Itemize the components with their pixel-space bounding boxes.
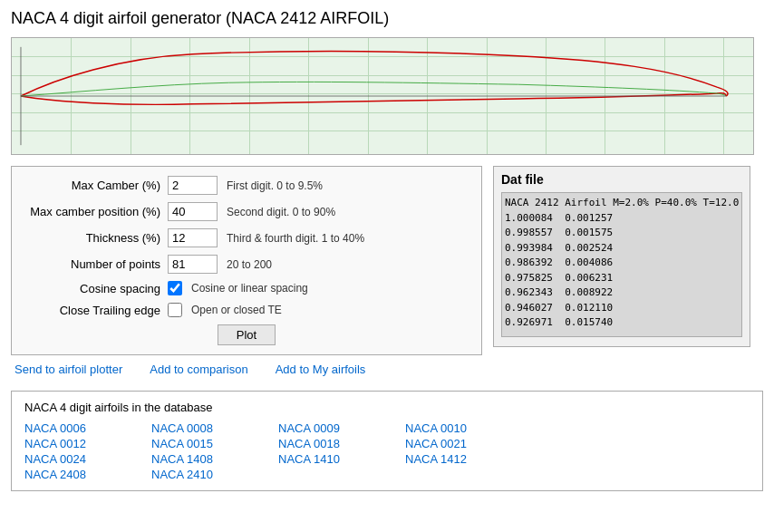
form-box: Max Camber (%) First digit. 0 to 9.5% Ma…	[11, 166, 482, 355]
airfoil-chart	[11, 37, 754, 155]
cosine-label: Cosine spacing	[23, 282, 168, 295]
close-te-checkbox[interactable]	[168, 303, 182, 317]
airfoil-link[interactable]: NACA 0021	[405, 437, 532, 450]
add-to-my-airfoils-link[interactable]: Add to My airfoils	[276, 363, 366, 376]
links-row: Send to airfoil plotter Add to compariso…	[11, 363, 482, 376]
close-te-label: Close Trailing edge	[23, 304, 168, 317]
max-camber-hint: First digit. 0 to 9.5%	[227, 179, 323, 192]
left-panel: Max Camber (%) First digit. 0 to 9.5% Ma…	[11, 166, 482, 376]
camber-position-input[interactable]	[168, 202, 218, 221]
airfoil-link[interactable]: NACA 1408	[151, 452, 278, 466]
max-camber-row: Max Camber (%) First digit. 0 to 9.5%	[23, 176, 470, 195]
thickness-hint: Third & fourth digit. 1 to 40%	[227, 232, 364, 245]
airfoil-link[interactable]: NACA 1412	[405, 452, 532, 466]
cosine-checkbox[interactable]	[168, 281, 182, 295]
airfoil-link[interactable]: NACA 0009	[278, 421, 405, 435]
database-section: NACA 4 digit airfoils in the database NA…	[11, 391, 763, 491]
camber-position-row: Max camber position (%) Second digit. 0 …	[23, 202, 470, 221]
airfoil-svg	[12, 38, 753, 154]
close-te-hint: Open or closed TE	[191, 304, 282, 316]
airfoil-link[interactable]: NACA 0015	[151, 437, 278, 450]
airfoil-link[interactable]: NACA 0012	[24, 437, 151, 450]
dat-file-box: Dat file NACA 2412 Airfoil M=2.0% P=40.0…	[493, 166, 750, 347]
num-points-row: Number of points 20 to 200	[23, 255, 470, 274]
close-te-row: Close Trailing edge Open or closed TE	[23, 303, 470, 317]
cosine-row: Cosine spacing Cosine or linear spacing	[23, 281, 470, 295]
right-panel: Dat file NACA 2412 Airfoil M=2.0% P=40.0…	[493, 166, 750, 376]
thickness-label: Thickness (%)	[23, 231, 168, 245]
airfoil-link[interactable]: NACA 0008	[151, 421, 278, 435]
airfoil-link[interactable]: NACA 0010	[405, 421, 532, 435]
dat-file-title: Dat file	[501, 172, 742, 187]
airfoil-grid: NACA 0006NACA 0008NACA 0009NACA 0010NACA…	[24, 421, 750, 481]
dat-file-content[interactable]: NACA 2412 Airfoil M=2.0% P=40.0% T=12.0 …	[501, 192, 742, 337]
num-points-input[interactable]	[168, 255, 218, 274]
num-points-label: Number of points	[23, 257, 168, 271]
plot-btn-row: Plot	[23, 324, 470, 345]
dat-file-text: NACA 2412 Airfoil M=2.0% P=40.0% T=12.0 …	[505, 196, 739, 331]
airfoil-link[interactable]: NACA 2410	[151, 468, 278, 481]
max-camber-input[interactable]	[168, 176, 218, 195]
add-to-comparison-link[interactable]: Add to comparison	[150, 363, 247, 376]
send-to-plotter-link[interactable]: Send to airfoil plotter	[15, 363, 122, 376]
page-title: NACA 4 digit airfoil generator (NACA 241…	[0, 0, 774, 34]
airfoil-link[interactable]: NACA 0024	[24, 452, 151, 466]
camber-position-hint: Second digit. 0 to 90%	[227, 206, 335, 218]
plot-button[interactable]: Plot	[218, 324, 276, 345]
database-title: NACA 4 digit airfoils in the database	[24, 401, 750, 414]
thickness-row: Thickness (%) Third & fourth digit. 1 to…	[23, 228, 470, 247]
airfoil-link[interactable]: NACA 2408	[24, 468, 151, 481]
cosine-hint: Cosine or linear spacing	[191, 282, 308, 295]
airfoil-link[interactable]: NACA 0006	[24, 421, 151, 435]
num-points-hint: 20 to 200	[227, 258, 272, 271]
thickness-input[interactable]	[168, 228, 218, 247]
airfoil-link[interactable]: NACA 1410	[278, 452, 405, 466]
camber-position-label: Max camber position (%)	[23, 205, 168, 218]
max-camber-label: Max Camber (%)	[23, 179, 168, 192]
airfoil-link[interactable]: NACA 0018	[278, 437, 405, 450]
